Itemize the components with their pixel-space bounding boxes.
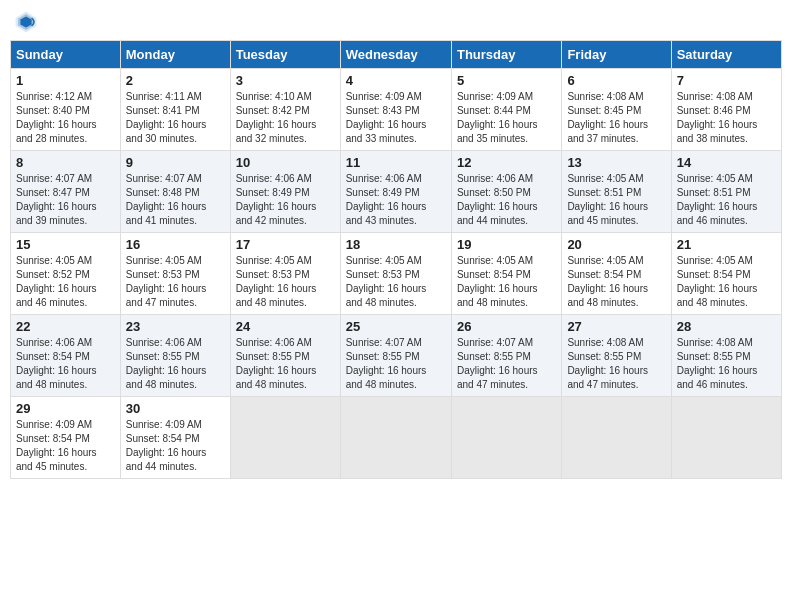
calendar-cell: 24Sunrise: 4:06 AM Sunset: 8:55 PM Dayli…	[230, 315, 340, 397]
day-number: 29	[16, 401, 115, 416]
calendar-cell: 27Sunrise: 4:08 AM Sunset: 8:55 PM Dayli…	[562, 315, 671, 397]
day-number: 21	[677, 237, 776, 252]
day-detail: Sunrise: 4:05 AM Sunset: 8:53 PM Dayligh…	[236, 254, 335, 310]
day-detail: Sunrise: 4:12 AM Sunset: 8:40 PM Dayligh…	[16, 90, 115, 146]
day-detail: Sunrise: 4:11 AM Sunset: 8:41 PM Dayligh…	[126, 90, 225, 146]
calendar-cell: 19Sunrise: 4:05 AM Sunset: 8:54 PM Dayli…	[451, 233, 561, 315]
day-number: 20	[567, 237, 665, 252]
calendar-cell: 26Sunrise: 4:07 AM Sunset: 8:55 PM Dayli…	[451, 315, 561, 397]
calendar-cell	[562, 397, 671, 479]
header-day-sunday: Sunday	[11, 41, 121, 69]
calendar-cell: 9Sunrise: 4:07 AM Sunset: 8:48 PM Daylig…	[120, 151, 230, 233]
day-detail: Sunrise: 4:06 AM Sunset: 8:55 PM Dayligh…	[236, 336, 335, 392]
day-number: 23	[126, 319, 225, 334]
header-day-wednesday: Wednesday	[340, 41, 451, 69]
calendar-cell: 11Sunrise: 4:06 AM Sunset: 8:49 PM Dayli…	[340, 151, 451, 233]
day-number: 12	[457, 155, 556, 170]
calendar-cell: 3Sunrise: 4:10 AM Sunset: 8:42 PM Daylig…	[230, 69, 340, 151]
logo	[14, 10, 40, 34]
day-number: 10	[236, 155, 335, 170]
day-detail: Sunrise: 4:05 AM Sunset: 8:53 PM Dayligh…	[346, 254, 446, 310]
header-day-monday: Monday	[120, 41, 230, 69]
day-number: 8	[16, 155, 115, 170]
day-number: 6	[567, 73, 665, 88]
day-number: 26	[457, 319, 556, 334]
day-detail: Sunrise: 4:07 AM Sunset: 8:47 PM Dayligh…	[16, 172, 115, 228]
calendar-row-1: 1Sunrise: 4:12 AM Sunset: 8:40 PM Daylig…	[11, 69, 782, 151]
calendar-cell: 7Sunrise: 4:08 AM Sunset: 8:46 PM Daylig…	[671, 69, 781, 151]
day-number: 27	[567, 319, 665, 334]
header-day-tuesday: Tuesday	[230, 41, 340, 69]
day-number: 9	[126, 155, 225, 170]
calendar-cell	[340, 397, 451, 479]
day-number: 19	[457, 237, 556, 252]
calendar-cell: 13Sunrise: 4:05 AM Sunset: 8:51 PM Dayli…	[562, 151, 671, 233]
day-detail: Sunrise: 4:08 AM Sunset: 8:46 PM Dayligh…	[677, 90, 776, 146]
day-number: 28	[677, 319, 776, 334]
day-detail: Sunrise: 4:06 AM Sunset: 8:49 PM Dayligh…	[236, 172, 335, 228]
day-detail: Sunrise: 4:05 AM Sunset: 8:53 PM Dayligh…	[126, 254, 225, 310]
header-day-saturday: Saturday	[671, 41, 781, 69]
day-detail: Sunrise: 4:05 AM Sunset: 8:54 PM Dayligh…	[567, 254, 665, 310]
calendar-cell: 4Sunrise: 4:09 AM Sunset: 8:43 PM Daylig…	[340, 69, 451, 151]
header-day-thursday: Thursday	[451, 41, 561, 69]
calendar-cell	[671, 397, 781, 479]
calendar-row-2: 8Sunrise: 4:07 AM Sunset: 8:47 PM Daylig…	[11, 151, 782, 233]
day-detail: Sunrise: 4:06 AM Sunset: 8:55 PM Dayligh…	[126, 336, 225, 392]
calendar-cell: 29Sunrise: 4:09 AM Sunset: 8:54 PM Dayli…	[11, 397, 121, 479]
header-row: SundayMondayTuesdayWednesdayThursdayFrid…	[11, 41, 782, 69]
calendar-cell: 21Sunrise: 4:05 AM Sunset: 8:54 PM Dayli…	[671, 233, 781, 315]
day-detail: Sunrise: 4:10 AM Sunset: 8:42 PM Dayligh…	[236, 90, 335, 146]
day-detail: Sunrise: 4:08 AM Sunset: 8:55 PM Dayligh…	[567, 336, 665, 392]
day-number: 24	[236, 319, 335, 334]
day-number: 1	[16, 73, 115, 88]
day-detail: Sunrise: 4:07 AM Sunset: 8:48 PM Dayligh…	[126, 172, 225, 228]
day-number: 14	[677, 155, 776, 170]
day-detail: Sunrise: 4:06 AM Sunset: 8:50 PM Dayligh…	[457, 172, 556, 228]
calendar-cell: 12Sunrise: 4:06 AM Sunset: 8:50 PM Dayli…	[451, 151, 561, 233]
header-day-friday: Friday	[562, 41, 671, 69]
day-detail: Sunrise: 4:09 AM Sunset: 8:44 PM Dayligh…	[457, 90, 556, 146]
day-number: 16	[126, 237, 225, 252]
calendar-cell: 16Sunrise: 4:05 AM Sunset: 8:53 PM Dayli…	[120, 233, 230, 315]
day-detail: Sunrise: 4:09 AM Sunset: 8:43 PM Dayligh…	[346, 90, 446, 146]
calendar-row-3: 15Sunrise: 4:05 AM Sunset: 8:52 PM Dayli…	[11, 233, 782, 315]
day-detail: Sunrise: 4:06 AM Sunset: 8:49 PM Dayligh…	[346, 172, 446, 228]
day-number: 15	[16, 237, 115, 252]
day-number: 30	[126, 401, 225, 416]
day-number: 22	[16, 319, 115, 334]
day-number: 13	[567, 155, 665, 170]
day-detail: Sunrise: 4:08 AM Sunset: 8:55 PM Dayligh…	[677, 336, 776, 392]
calendar-cell: 17Sunrise: 4:05 AM Sunset: 8:53 PM Dayli…	[230, 233, 340, 315]
day-number: 5	[457, 73, 556, 88]
calendar-cell	[451, 397, 561, 479]
calendar-cell: 2Sunrise: 4:11 AM Sunset: 8:41 PM Daylig…	[120, 69, 230, 151]
day-detail: Sunrise: 4:07 AM Sunset: 8:55 PM Dayligh…	[346, 336, 446, 392]
day-number: 17	[236, 237, 335, 252]
calendar-cell: 15Sunrise: 4:05 AM Sunset: 8:52 PM Dayli…	[11, 233, 121, 315]
calendar-cell	[230, 397, 340, 479]
calendar-cell: 6Sunrise: 4:08 AM Sunset: 8:45 PM Daylig…	[562, 69, 671, 151]
day-number: 11	[346, 155, 446, 170]
calendar-cell: 14Sunrise: 4:05 AM Sunset: 8:51 PM Dayli…	[671, 151, 781, 233]
calendar-row-4: 22Sunrise: 4:06 AM Sunset: 8:54 PM Dayli…	[11, 315, 782, 397]
day-detail: Sunrise: 4:05 AM Sunset: 8:54 PM Dayligh…	[677, 254, 776, 310]
day-detail: Sunrise: 4:06 AM Sunset: 8:54 PM Dayligh…	[16, 336, 115, 392]
day-detail: Sunrise: 4:09 AM Sunset: 8:54 PM Dayligh…	[16, 418, 115, 474]
calendar-cell: 23Sunrise: 4:06 AM Sunset: 8:55 PM Dayli…	[120, 315, 230, 397]
day-detail: Sunrise: 4:08 AM Sunset: 8:45 PM Dayligh…	[567, 90, 665, 146]
day-detail: Sunrise: 4:07 AM Sunset: 8:55 PM Dayligh…	[457, 336, 556, 392]
day-detail: Sunrise: 4:09 AM Sunset: 8:54 PM Dayligh…	[126, 418, 225, 474]
day-number: 4	[346, 73, 446, 88]
logo-icon	[14, 10, 38, 34]
day-detail: Sunrise: 4:05 AM Sunset: 8:54 PM Dayligh…	[457, 254, 556, 310]
calendar-table: SundayMondayTuesdayWednesdayThursdayFrid…	[10, 40, 782, 479]
day-detail: Sunrise: 4:05 AM Sunset: 8:51 PM Dayligh…	[567, 172, 665, 228]
calendar-cell: 10Sunrise: 4:06 AM Sunset: 8:49 PM Dayli…	[230, 151, 340, 233]
calendar-row-5: 29Sunrise: 4:09 AM Sunset: 8:54 PM Dayli…	[11, 397, 782, 479]
day-detail: Sunrise: 4:05 AM Sunset: 8:52 PM Dayligh…	[16, 254, 115, 310]
calendar-cell: 1Sunrise: 4:12 AM Sunset: 8:40 PM Daylig…	[11, 69, 121, 151]
calendar-cell: 20Sunrise: 4:05 AM Sunset: 8:54 PM Dayli…	[562, 233, 671, 315]
day-detail: Sunrise: 4:05 AM Sunset: 8:51 PM Dayligh…	[677, 172, 776, 228]
day-number: 25	[346, 319, 446, 334]
